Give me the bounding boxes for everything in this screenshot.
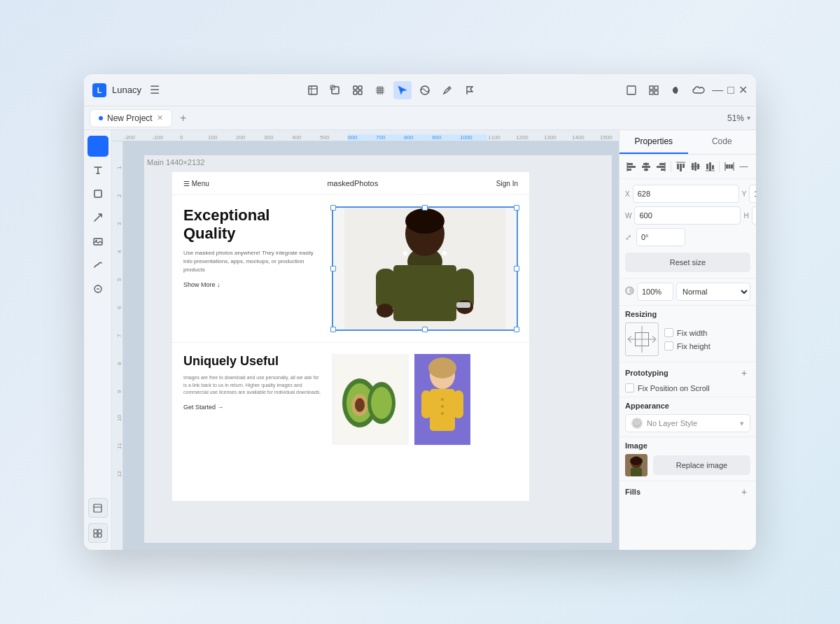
align-left-button[interactable]: [625, 159, 638, 174]
w-label: W: [625, 212, 631, 220]
bottom-tool-2[interactable]: [88, 523, 108, 543]
x-input[interactable]: [633, 185, 739, 203]
maximize-button[interactable]: □: [727, 84, 734, 97]
toolbar-icon-grid[interactable]: [371, 81, 389, 99]
svg-rect-4: [330, 85, 335, 90]
align-separator: [671, 161, 671, 172]
more-options-button[interactable]: —: [737, 159, 750, 174]
selection-handle-ml[interactable]: [330, 266, 336, 271]
align-bottom-button[interactable]: [703, 159, 716, 174]
toolbar-icon-layout[interactable]: [349, 81, 367, 99]
toolbar-icon-flag[interactable]: [461, 81, 479, 99]
toolbar-icon-select[interactable]: [393, 81, 412, 99]
rotation-input[interactable]: [636, 228, 685, 246]
woman-image: [414, 354, 470, 445]
tab-modified-indicator: [99, 116, 103, 120]
toolbar-icon-pen[interactable]: [438, 81, 456, 99]
layer-style-icon: [631, 418, 643, 429]
active-tab[interactable]: New Project ✕: [90, 109, 172, 127]
layer-style-row[interactable]: No Layer Style ▾: [625, 414, 750, 432]
blend-mode-select[interactable]: Normal Multiply Screen Overlay: [676, 283, 750, 301]
opacity-input[interactable]: [637, 283, 673, 301]
left-ruler: 1 2 3 4 5 6 7 8 9 10 11 12: [112, 141, 123, 550]
ruler-mark: 1400: [571, 134, 599, 141]
image-tool[interactable]: [88, 231, 108, 252]
x-y-row: X Y: [625, 185, 750, 203]
distribute-h-button[interactable]: [722, 159, 736, 174]
new-tab-button[interactable]: +: [175, 110, 192, 127]
h-input[interactable]: [752, 206, 756, 225]
theme-toggle-icon[interactable]: [667, 81, 685, 99]
rectangle-tool[interactable]: [88, 183, 108, 204]
comment-tool[interactable]: [88, 278, 108, 299]
design-frame[interactable]: ☰ Menu maskedPhotos Sign In Exceptional …: [172, 172, 529, 501]
align-right-button[interactable]: [654, 159, 668, 174]
align-top-button[interactable]: [674, 159, 687, 174]
canvas[interactable]: Main 1440×2132 ☰ Menu maskedPhotos Sign …: [123, 141, 619, 550]
design-show-more[interactable]: Show More ↓: [183, 281, 323, 288]
hamburger-menu-icon[interactable]: ☰: [150, 83, 160, 97]
x-label: X: [625, 190, 630, 198]
design-nav-menu: ☰ Menu: [183, 180, 209, 187]
minimize-button[interactable]: —: [712, 84, 723, 97]
path-tool[interactable]: [88, 255, 108, 276]
toolbar-icon-component[interactable]: [326, 81, 344, 99]
selection-handle-tl[interactable]: [330, 205, 336, 211]
title-bar-right: — □ ✕: [622, 81, 748, 99]
tab-close-button[interactable]: ✕: [157, 113, 163, 122]
title-bar-center: [160, 81, 622, 99]
svg-rect-60: [627, 163, 633, 165]
cloud-icon[interactable]: [690, 81, 708, 99]
bottom-tool-1[interactable]: [88, 498, 108, 518]
svg-point-59: [441, 412, 444, 415]
svg-rect-81: [709, 162, 711, 171]
design-section2-left: Uniquely Useful Images are free to downl…: [183, 354, 323, 499]
scale-tool[interactable]: [88, 207, 108, 228]
fix-width-checkbox[interactable]: [664, 328, 673, 337]
y-input[interactable]: [749, 185, 756, 203]
design-hero-image[interactable]: [332, 206, 518, 331]
fix-height-row: Fix height: [664, 341, 710, 350]
prototyping-add-button[interactable]: +: [738, 367, 750, 379]
left-ruler-mark: 8: [117, 337, 122, 365]
fills-add-button[interactable]: +: [738, 485, 750, 498]
ruler-mark: 400: [291, 134, 319, 141]
fix-position-label: Fix Position on Scroll: [638, 384, 710, 392]
align-center-v-button[interactable]: [688, 159, 701, 174]
fix-position-checkbox[interactable]: [625, 383, 634, 392]
design-section2: Uniquely Useful Images are free to downl…: [172, 342, 529, 501]
svg-rect-61: [627, 166, 636, 168]
selection-handle-br[interactable]: [514, 327, 519, 332]
grid-view-icon[interactable]: [645, 81, 663, 99]
tab-properties[interactable]: Properties: [620, 130, 688, 154]
toolbar-icon-mask[interactable]: [416, 81, 434, 99]
design-hero-section: Exceptional Quality Use masked photos an…: [172, 195, 529, 342]
left-ruler-mark: 2: [117, 169, 122, 197]
selection-handle-mr[interactable]: [514, 266, 519, 271]
selection-handle-bm[interactable]: [422, 327, 428, 332]
layer-style-chevron-icon: ▾: [740, 419, 744, 428]
close-button[interactable]: ✕: [738, 83, 748, 97]
select-tool[interactable]: [88, 136, 108, 157]
tab-code[interactable]: Code: [688, 130, 757, 154]
fix-height-checkbox[interactable]: [664, 341, 673, 350]
fix-width-label: Fix width: [677, 329, 707, 337]
svg-point-43: [442, 251, 447, 255]
svg-rect-73: [680, 164, 682, 171]
align-separator-2: [719, 161, 720, 172]
snap-icon[interactable]: [622, 81, 640, 99]
replace-image-button[interactable]: Replace image: [653, 455, 750, 475]
selection-handle-bl[interactable]: [330, 327, 336, 332]
align-center-h-button[interactable]: [640, 159, 653, 174]
w-input[interactable]: [634, 206, 741, 225]
toolbar-icon-frame[interactable]: [304, 81, 322, 99]
selection-handle-tr[interactable]: [514, 205, 519, 211]
ruler-mark: -200: [123, 134, 151, 141]
design-get-started[interactable]: Get Started →: [183, 404, 323, 411]
svg-rect-69: [657, 166, 665, 168]
reset-size-button[interactable]: Reset size: [625, 253, 750, 272]
layer-style-label: No Layer Style: [647, 419, 736, 427]
text-tool[interactable]: [88, 159, 108, 180]
right-panel: Properties Code: [619, 130, 756, 550]
selection-handle-tm[interactable]: [422, 205, 428, 211]
